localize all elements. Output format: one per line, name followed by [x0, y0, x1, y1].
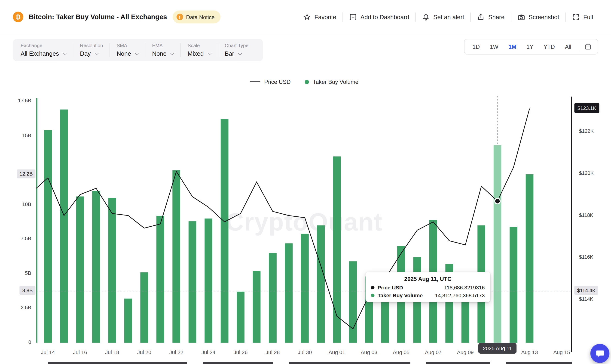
- ema-dropdown[interactable]: EMA None: [146, 43, 181, 57]
- volume-bar-jul-17[interactable]: [92, 191, 100, 343]
- favorite-button[interactable]: Favorite: [297, 13, 343, 21]
- chart-tooltip: 2025 Aug 11, UTC Price USD 118,686.32193…: [366, 272, 490, 302]
- right-axis-tick: $118K: [579, 212, 593, 218]
- bottom-strip-segment: [289, 362, 410, 364]
- controls-row: Exchange All Exchanges Resolution Day SM…: [0, 34, 611, 61]
- x-axis-tick: Jul 18: [105, 350, 119, 355]
- scale-label: Scale: [188, 43, 211, 48]
- screenshot-label: Screenshot: [529, 13, 559, 20]
- volume-bar-jul-22[interactable]: [173, 170, 180, 343]
- resolution-value: Day: [80, 50, 91, 57]
- tooltip-date: 2025 Aug 11, UTC: [371, 276, 485, 282]
- time-range-selector: 1D1W1M1YYTDAll: [464, 39, 598, 54]
- x-axis-tick: Jul 28: [266, 350, 280, 355]
- right-axis-tick: $114K: [579, 296, 593, 302]
- ema-value: None: [152, 50, 166, 57]
- chart-type-dropdown[interactable]: Chart Type Bar: [218, 43, 255, 57]
- volume-bar-jul-30[interactable]: [301, 234, 309, 343]
- crosshair-price-label: $114.4K: [574, 286, 598, 295]
- x-axis-tick: Jul 22: [169, 350, 184, 355]
- volume-bar-jul-27[interactable]: [253, 271, 261, 343]
- share-icon: [477, 13, 485, 21]
- star-icon: [303, 13, 311, 21]
- add-to-dashboard-label: Add to Dashboard: [360, 13, 409, 20]
- volume-bar-jul-21[interactable]: [157, 216, 164, 343]
- volume-bar-aug-02[interactable]: [349, 261, 357, 342]
- volume-bar-aug-01[interactable]: [333, 156, 341, 342]
- volume-bar-jul-25[interactable]: [221, 119, 228, 343]
- bell-icon: [422, 13, 430, 21]
- share-button[interactable]: Share: [471, 13, 511, 21]
- header-actions: Favorite Add to Dashboard Set an alert S…: [297, 12, 599, 22]
- range-tab-1d[interactable]: 1D: [467, 41, 485, 52]
- chart-legend: Price USD Taker Buy Volume: [36, 79, 572, 85]
- volume-bar-jul-18[interactable]: [108, 198, 116, 343]
- left-axis-tick: 2.5B: [0, 305, 31, 311]
- range-tabs: 1D1W1M1YYTDAll: [467, 41, 576, 52]
- crosshair-date-label: 2025 Aug 11: [478, 343, 517, 354]
- volume-bar-jul-28[interactable]: [269, 253, 277, 343]
- volume-bar-jul-26[interactable]: [237, 292, 244, 343]
- tooltip-volume-label: Taker Buy Volume: [378, 292, 423, 298]
- range-tab-1m[interactable]: 1M: [504, 41, 522, 52]
- tooltip-volume-row: Taker Buy Volume 14,312,760,368.5173: [371, 292, 485, 298]
- resolution-dropdown[interactable]: Resolution Day: [73, 43, 109, 57]
- volume-bar-jul-24[interactable]: [204, 219, 212, 343]
- legend-price-label: Price USD: [264, 79, 291, 85]
- chart-type-value: Bar: [225, 50, 234, 57]
- volume-bar-jul-14[interactable]: [44, 130, 52, 343]
- bottom-strip-segment: [506, 362, 572, 364]
- crosshair-volume-label: 3.8B: [20, 286, 36, 295]
- chevron-down-icon: [94, 51, 99, 55]
- set-alert-label: Set an alert: [433, 13, 464, 20]
- screenshot-button[interactable]: Screenshot: [511, 13, 565, 21]
- x-axis-tick: Aug 01: [329, 350, 345, 355]
- chevron-down-icon: [207, 51, 212, 55]
- x-axis-tick: Jul 26: [234, 350, 248, 355]
- volume-bar-jul-29[interactable]: [285, 243, 293, 343]
- volume-bar-aug-13[interactable]: [526, 174, 534, 343]
- scale-dropdown[interactable]: Scale Mixed: [181, 43, 218, 57]
- volume-bar-jul-31[interactable]: [317, 225, 325, 343]
- ema-label: EMA: [152, 43, 174, 48]
- volume-bar-jul-15[interactable]: [60, 109, 68, 343]
- bottom-strip-segment: [203, 362, 273, 364]
- chart-plot-area[interactable]: [36, 93, 572, 364]
- exchange-dropdown[interactable]: Exchange All Exchanges: [21, 43, 73, 57]
- chevron-down-icon: [238, 51, 242, 55]
- sma-dropdown[interactable]: SMA None: [110, 43, 145, 57]
- price-line-swatch: [250, 81, 260, 82]
- resolution-label: Resolution: [80, 43, 103, 48]
- x-axis-tick: Jul 30: [298, 350, 312, 355]
- chevron-down-icon: [170, 51, 174, 55]
- volume-bar-jul-19[interactable]: [124, 299, 132, 343]
- range-tab-1w[interactable]: 1W: [485, 41, 504, 52]
- warning-icon: !: [176, 14, 183, 20]
- volume-bar-aug-11[interactable]: [494, 145, 502, 343]
- set-alert-button[interactable]: Set an alert: [416, 13, 470, 21]
- volume-bar-jul-23[interactable]: [188, 221, 196, 343]
- range-tab-ytd[interactable]: YTD: [538, 41, 560, 52]
- range-tab-all[interactable]: All: [560, 41, 576, 52]
- fullscreen-button[interactable]: Full: [566, 13, 599, 21]
- calendar-button[interactable]: [581, 41, 595, 52]
- volume-bar-jul-16[interactable]: [76, 196, 84, 343]
- price-dot-icon: [371, 286, 374, 289]
- x-axis-tick: Aug 15: [553, 350, 570, 355]
- range-tab-1y[interactable]: 1Y: [521, 41, 538, 52]
- exchange-value: All Exchanges: [21, 50, 59, 57]
- volume-bar-aug-12[interactable]: [510, 227, 518, 343]
- data-notice-badge[interactable]: ! Data Notice: [173, 11, 220, 24]
- chat-button[interactable]: [590, 344, 610, 363]
- tooltip-price-label: Price USD: [378, 285, 403, 291]
- page-title: Bitcoin: Taker Buy Volume - All Exchange…: [29, 13, 167, 21]
- legend-taker-buy-volume[interactable]: Taker Buy Volume: [305, 79, 358, 85]
- tooltip-price-value: 118,686.3219316: [444, 285, 485, 291]
- x-axis-tick: Aug 13: [521, 350, 538, 355]
- dashboard-add-icon: [349, 13, 357, 21]
- x-axis-tick: Jul 24: [201, 350, 216, 355]
- volume-bar-jul-20[interactable]: [140, 272, 148, 343]
- sma-value: None: [117, 50, 131, 57]
- legend-price-usd[interactable]: Price USD: [250, 79, 291, 85]
- add-to-dashboard-button[interactable]: Add to Dashboard: [343, 13, 415, 21]
